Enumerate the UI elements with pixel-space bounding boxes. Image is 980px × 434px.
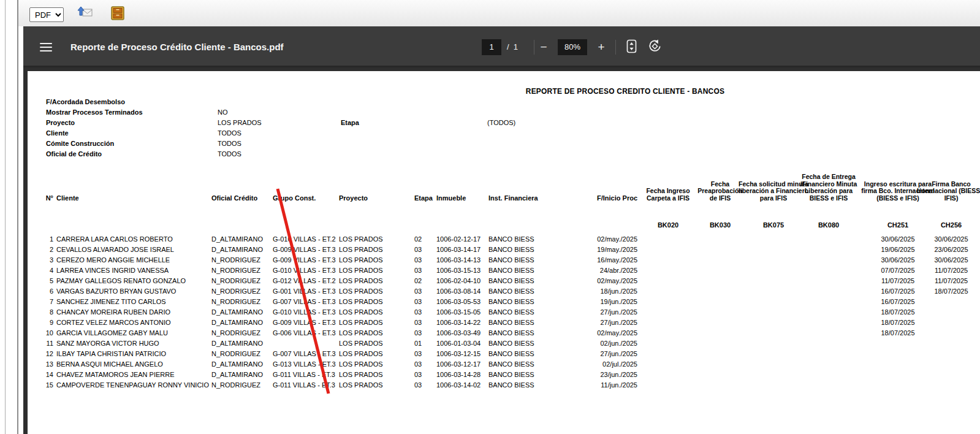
cell-inmueble: 1006-03-14-02	[436, 381, 488, 389]
table-row: 11SANZ MAYORGA VICTOR HUGOD_ALTAMIRANOLO…	[28, 338, 980, 349]
cell-etapa: 03	[414, 246, 435, 254]
cell-inmueble: 1006-03-14-22	[436, 319, 488, 327]
table-row: 1CARRERA LARA CARLOS ROBERTOD_ALTAMIRANO…	[28, 234, 980, 245]
table-row: 6VARGAS BAZURTO BRYAN GUSTAVON_RODRIGUEZ…	[28, 286, 980, 297]
column-header-inmueble: Inmueble	[436, 194, 488, 202]
column-header-num: N°	[36, 194, 53, 202]
cell-cliente: SANCHEZ JIMENEZ TITO CARLOS	[56, 298, 210, 306]
table-row: 14CHAVEZ MATAMOROS JEAN PIERRED_ALTAMIRA…	[28, 370, 980, 380]
rotate-button[interactable]	[645, 38, 664, 56]
pdf-viewer: Reporte de Proceso Crédito Cliente - Ban…	[23, 26, 980, 434]
cell-finicio: 19/jun./2025	[579, 298, 637, 306]
cell-finicio: 19/may./2025	[579, 246, 637, 254]
frame-border-line	[17, 0, 18, 434]
cell-inst: BANCO BIESS	[488, 360, 568, 368]
cell-oficial: D_ALTAMIRANO	[211, 235, 270, 243]
rotate-counterclockwise-icon	[648, 39, 662, 55]
column-header-oficial: Oficial Crédito	[211, 194, 270, 202]
cell-inmueble: 1006-02-04-10	[436, 277, 488, 285]
column-header-finicio: F/Inicio Proc	[579, 194, 637, 202]
cell-num: 5	[36, 277, 53, 285]
cell-proyecto: LOS PRADOS	[339, 246, 406, 254]
cell-proyecto: LOS PRADOS	[339, 360, 406, 368]
fit-to-page-button[interactable]	[622, 38, 640, 56]
table-row: 13BERNA ASQUI MICHAEL ANGELOD_ALTAMIRANO…	[28, 359, 980, 370]
cell-cliente: CORTEZ VELEZ MARCOS ANTONIO	[56, 319, 210, 327]
cell-finicio: 23/jun./2025	[579, 371, 637, 379]
cell-inmueble: 1006-03-15-05	[436, 308, 488, 316]
cell-inmueble: 1006-02-12-17	[436, 235, 488, 243]
pdf-document-title: Reporte de Proceso Crédito Cliente - Ban…	[70, 26, 284, 67]
cell-grupo: G-012 VILLAS - ET.2	[273, 277, 334, 285]
cell-inst: BANCO BIESS	[488, 267, 568, 275]
cell-num: 14	[36, 371, 53, 379]
cell-finicio: 02/may./2025	[579, 277, 637, 285]
page-number-input[interactable]: 1	[482, 39, 501, 55]
cell-cliente: CEREZO MERO ANGGIE MICHELLE	[56, 256, 210, 264]
cell-oficial: N_RODRIGUEZ	[211, 350, 270, 358]
cell-proyecto: LOS PRADOS	[339, 277, 406, 285]
cell-inst: BANCO BIESS	[488, 287, 568, 295]
cell-etapa: 03	[414, 381, 435, 389]
cell-inst: BANCO BIESS	[488, 371, 568, 379]
cell-cliente: SANZ MAYORGA VICTOR HUGO	[56, 340, 210, 348]
zoom-in-button[interactable]: +	[592, 38, 610, 56]
cell-inmueble: 1006-03-03-49	[436, 329, 488, 337]
cell-finicio: 02/may./2025	[579, 235, 637, 243]
cell-oficial: N_RODRIGUEZ	[211, 298, 270, 306]
cell-etapa: 02	[414, 235, 435, 243]
cell-grupo: G-007 VILLAS - ET.3	[273, 350, 334, 358]
cell-ch256: 11/07/2025	[914, 267, 980, 275]
toolbar-separator	[615, 40, 616, 55]
report-table: N°ClienteOficial CréditoGrupo Const.Proy…	[28, 71, 980, 434]
cell-cliente: CAMPOVERDE TENENPAGUAY RONNY VINICIO	[56, 381, 210, 389]
pdf-page[interactable]: REPORTE DE PROCESO CREDITO CLIENTE - BAN…	[28, 71, 980, 434]
cell-etapa: 03	[414, 350, 435, 358]
archive-button[interactable]	[110, 6, 126, 21]
cell-finicio: 02/jul./2025	[579, 360, 637, 368]
cell-proyecto: LOS PRADOS	[339, 340, 406, 348]
cell-finicio: 02/may./2025	[579, 329, 637, 337]
cell-oficial: N_RODRIGUEZ	[211, 277, 270, 285]
export-format-select[interactable]: PDF	[29, 7, 64, 22]
cell-proyecto: LOS PRADOS	[339, 350, 406, 358]
cell-oficial: N_RODRIGUEZ	[211, 381, 270, 389]
cell-finicio: 18/jun./2025	[579, 287, 637, 295]
cell-finicio: 16/may./2025	[579, 256, 637, 264]
cell-proyecto: LOS PRADOS	[339, 381, 406, 389]
cell-proyecto: LOS PRADOS	[339, 371, 406, 379]
cell-inmueble: 1006-03-12-15	[436, 350, 488, 358]
cell-finicio: 27/jun./2025	[579, 319, 637, 327]
table-row: 10GARCIA VILLAGOMEZ GABY MALUN_RODRIGUEZ…	[28, 328, 980, 338]
cell-cliente: CHAVEZ MATAMOROS JEAN PIERRE	[56, 371, 210, 379]
report-export-toolbar: PDF	[18, 0, 980, 26]
cell-ch251: 16/07/2025	[861, 298, 935, 306]
cell-cliente: BERNA ASQUI MICHAEL ANGELO	[56, 360, 210, 368]
zoom-level-display: 80%	[558, 39, 587, 55]
cell-inmueble: 1006-03-15-13	[436, 267, 488, 275]
cell-oficial: D_ALTAMIRANO	[211, 246, 270, 254]
cell-num: 2	[36, 246, 53, 254]
column-header-cliente: Cliente	[56, 194, 210, 202]
cell-grupo: G-009 VILLAS - ET.3	[273, 256, 334, 264]
cell-oficial: D_ALTAMIRANO	[211, 360, 270, 368]
pdf-menu-button[interactable]	[40, 40, 53, 53]
pdf-toolbar-controls: 1 / 1 − 80% +	[482, 26, 664, 67]
cell-proyecto: LOS PRADOS	[339, 256, 406, 264]
pdf-viewer-toolbar: Reporte de Proceso Crédito Cliente - Ban…	[23, 26, 980, 67]
hamburger-menu-icon	[40, 43, 52, 45]
cell-grupo: G-010 VILLAS - ET.2	[273, 235, 334, 243]
cell-num: 8	[36, 308, 53, 316]
cell-etapa: 03	[414, 319, 435, 327]
zoom-out-button[interactable]: −	[534, 38, 553, 56]
send-email-button[interactable]	[77, 6, 93, 21]
table-row: 15CAMPOVERDE TENENPAGUAY RONNY VINICION_…	[28, 380, 980, 390]
cell-etapa: 03	[414, 371, 435, 379]
cell-etapa: 03	[414, 360, 435, 368]
cell-inmueble: 1006-01-03-04	[436, 340, 488, 348]
cell-inmueble: 1006-03-12-17	[436, 360, 488, 368]
cell-grupo: G-009 VILLAS - ET.3	[273, 319, 334, 327]
cell-grupo: G-009 VILLAS - ET.3	[273, 246, 334, 254]
cell-grupo: G-010 VILLAS - ET.3	[273, 308, 334, 316]
fit-to-page-icon	[626, 39, 637, 55]
